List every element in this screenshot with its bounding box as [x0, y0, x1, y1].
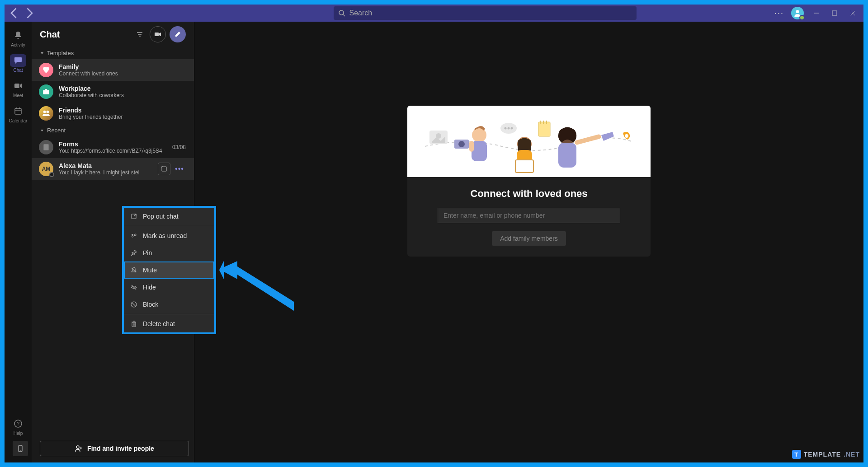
maximize-button[interactable]	[827, 7, 842, 19]
section-recent[interactable]: Recent	[32, 124, 194, 136]
chat-sub: You: https://forms.office.com/r/BZ7Aq3j5…	[59, 148, 167, 154]
chat-name: Family	[59, 63, 186, 70]
hero-illustration	[407, 106, 651, 177]
title-bar: Search ···	[5, 5, 863, 22]
watermark: T TEMPLATE.NET	[792, 450, 860, 459]
ctx-mute-label: Mute	[143, 266, 157, 274]
section-recent-label: Recent	[47, 127, 66, 134]
ctx-popout[interactable]: Pop out chat	[124, 208, 214, 225]
chat-sub: Connect with loved ones	[59, 70, 186, 77]
ctx-hide-label: Hide	[143, 284, 156, 291]
chat-date: 03/08	[172, 144, 186, 150]
rail-activity[interactable]: Activity	[5, 26, 31, 50]
filter-button[interactable]	[133, 28, 146, 41]
svg-line-1	[343, 14, 345, 16]
video-call-button[interactable]	[150, 26, 166, 42]
forms-avatar	[39, 140, 53, 154]
nav-arrows	[8, 7, 35, 19]
status-offline	[49, 172, 54, 177]
rail-calendar[interactable]: Calendar	[5, 102, 31, 126]
svg-line-25	[134, 214, 136, 216]
forward-button[interactable]	[23, 7, 35, 19]
chat-sub: Collaborate with coworkers	[59, 92, 186, 98]
chat-item-friends[interactable]: Friends Bring your friends together	[32, 103, 194, 124]
svg-rect-57	[558, 143, 576, 168]
ctx-block-label: Block	[143, 301, 158, 308]
svg-line-29	[132, 285, 136, 290]
rail-meet-label: Meet	[13, 93, 23, 98]
rail-calendar-label: Calendar	[9, 118, 28, 123]
friends-avatar	[39, 106, 53, 121]
rail-help[interactable]: ? Help	[5, 415, 31, 438]
ctx-unread-label: Mark as unread	[143, 232, 187, 239]
invite-people-button[interactable]: Find and invite people	[40, 441, 189, 456]
ctx-delete-label: Delete chat	[143, 320, 175, 327]
chat-header: Chat	[32, 22, 194, 47]
profile-avatar[interactable]	[791, 7, 804, 19]
add-members-button[interactable]: Add family members	[492, 231, 566, 246]
chevron-down-icon	[40, 128, 44, 133]
chat-sub: You: I layk it here, I might jest stei	[59, 169, 152, 176]
section-templates-label: Templates	[47, 50, 74, 56]
ctx-divider	[124, 226, 214, 226]
svg-point-27	[134, 234, 136, 236]
search-input[interactable]: Search	[334, 6, 637, 20]
hero-card: Connect with loved ones Add family membe…	[407, 106, 651, 257]
ctx-hide[interactable]: Hide	[124, 279, 214, 296]
hero-title: Connect with loved ones	[470, 188, 587, 200]
chat-item-alexa[interactable]: AM Alexa Mata You: I layk it here, I mig…	[32, 158, 194, 180]
minimize-button[interactable]	[809, 7, 824, 19]
ctx-pin[interactable]: Pin	[124, 244, 214, 262]
rail-meet[interactable]: Meet	[5, 77, 31, 100]
briefcase-icon	[42, 88, 50, 96]
chat-icon	[14, 56, 23, 65]
phone-link-button[interactable]	[13, 441, 28, 456]
trash-icon	[130, 320, 137, 327]
chat-name: Forms	[59, 140, 167, 148]
watermark-brand: TEMPLATE	[804, 451, 841, 458]
back-button[interactable]	[8, 7, 21, 19]
form-icon	[42, 143, 50, 151]
pin-icon	[130, 249, 137, 257]
rail-chat-label: Chat	[13, 68, 23, 73]
svg-point-59	[625, 134, 628, 138]
popout-button[interactable]	[158, 163, 170, 175]
more-button[interactable]: •••	[173, 163, 186, 175]
ctx-unread[interactable]: Mark as unread	[124, 227, 214, 244]
watermark-suffix: .NET	[844, 451, 860, 458]
chat-item-workplace[interactable]: Workplace Collaborate with coworkers	[32, 81, 194, 103]
ctx-delete[interactable]: Delete chat	[124, 315, 214, 332]
svg-point-40	[472, 128, 486, 142]
svg-point-43	[458, 141, 465, 147]
svg-point-47	[508, 127, 510, 130]
title-right: ···	[773, 7, 860, 20]
recent-list: Forms You: https://forms.office.com/r/BZ…	[32, 136, 194, 180]
svg-line-31	[132, 303, 136, 306]
chat-item-family[interactable]: Family Connect with loved ones	[32, 59, 194, 81]
hide-icon	[130, 284, 137, 291]
avatar-initials: AM	[42, 166, 51, 172]
svg-rect-58	[574, 134, 602, 145]
svg-rect-32	[132, 322, 136, 327]
person-add-icon	[75, 444, 83, 453]
alexa-avatar: AM	[39, 162, 53, 176]
chat-item-actions: •••	[158, 163, 186, 175]
chat-panel: Chat Templates Family Connect with loved…	[32, 22, 194, 462]
new-chat-button[interactable]	[170, 26, 186, 42]
chat-item-forms[interactable]: Forms You: https://forms.office.com/r/BZ…	[32, 136, 194, 158]
mute-icon	[130, 266, 137, 274]
ctx-mute[interactable]: Mute	[124, 262, 214, 279]
section-templates[interactable]: Templates	[32, 47, 194, 59]
help-icon: ?	[14, 419, 23, 428]
presence-indicator	[799, 15, 805, 20]
rail-chat[interactable]: Chat	[5, 51, 31, 75]
workplace-avatar	[39, 84, 53, 99]
close-button[interactable]	[845, 7, 860, 19]
svg-point-20	[43, 111, 46, 113]
hero-input[interactable]	[438, 208, 620, 223]
ctx-block[interactable]: Block	[124, 296, 214, 313]
bell-icon	[14, 31, 23, 40]
svg-point-61	[20, 450, 21, 451]
rail-activity-label: Activity	[11, 42, 25, 47]
more-options-button[interactable]: ···	[773, 7, 786, 20]
